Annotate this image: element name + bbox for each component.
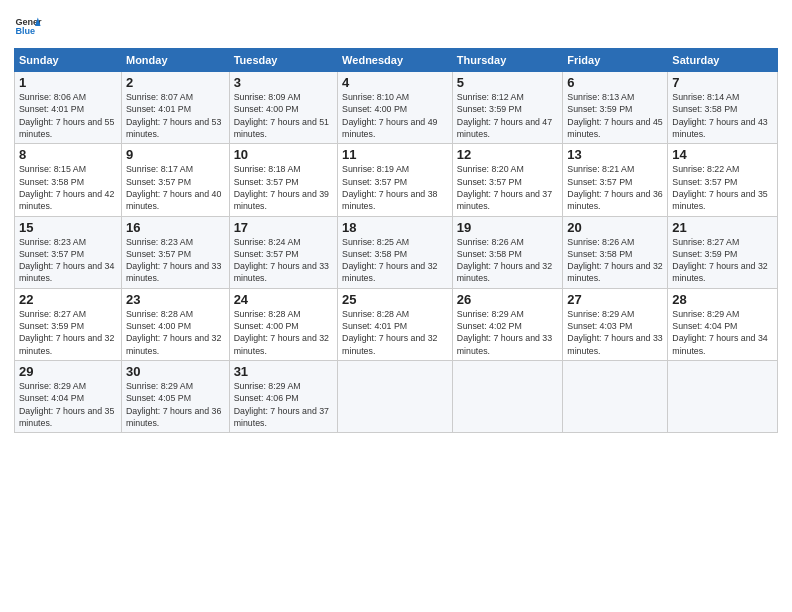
day-number: 29 <box>19 364 117 379</box>
day-number: 17 <box>234 220 333 235</box>
day-info: Sunrise: 8:27 AMSunset: 3:59 PMDaylight:… <box>672 236 773 285</box>
calendar-cell: 25Sunrise: 8:28 AMSunset: 4:01 PMDayligh… <box>338 288 453 360</box>
day-number: 13 <box>567 147 663 162</box>
logo-icon: General Blue <box>14 12 42 40</box>
calendar-cell: 26Sunrise: 8:29 AMSunset: 4:02 PMDayligh… <box>452 288 563 360</box>
calendar-cell: 27Sunrise: 8:29 AMSunset: 4:03 PMDayligh… <box>563 288 668 360</box>
day-number: 19 <box>457 220 559 235</box>
day-info: Sunrise: 8:25 AMSunset: 3:58 PMDaylight:… <box>342 236 448 285</box>
day-number: 31 <box>234 364 333 379</box>
day-number: 16 <box>126 220 225 235</box>
calendar-cell: 20Sunrise: 8:26 AMSunset: 3:58 PMDayligh… <box>563 216 668 288</box>
day-number: 25 <box>342 292 448 307</box>
calendar-cell: 23Sunrise: 8:28 AMSunset: 4:00 PMDayligh… <box>121 288 229 360</box>
day-number: 28 <box>672 292 773 307</box>
day-number: 21 <box>672 220 773 235</box>
day-info: Sunrise: 8:15 AMSunset: 3:58 PMDaylight:… <box>19 163 117 212</box>
day-info: Sunrise: 8:23 AMSunset: 3:57 PMDaylight:… <box>19 236 117 285</box>
calendar-cell: 7Sunrise: 8:14 AMSunset: 3:58 PMDaylight… <box>668 72 778 144</box>
day-number: 8 <box>19 147 117 162</box>
day-number: 7 <box>672 75 773 90</box>
day-info: Sunrise: 8:29 AMSunset: 4:04 PMDaylight:… <box>672 308 773 357</box>
calendar-cell: 30Sunrise: 8:29 AMSunset: 4:05 PMDayligh… <box>121 361 229 433</box>
weekday-header-tuesday: Tuesday <box>229 49 337 72</box>
calendar-table: SundayMondayTuesdayWednesdayThursdayFrid… <box>14 48 778 433</box>
calendar-cell: 13Sunrise: 8:21 AMSunset: 3:57 PMDayligh… <box>563 144 668 216</box>
day-info: Sunrise: 8:07 AMSunset: 4:01 PMDaylight:… <box>126 91 225 140</box>
calendar-cell: 9Sunrise: 8:17 AMSunset: 3:57 PMDaylight… <box>121 144 229 216</box>
calendar-cell: 4Sunrise: 8:10 AMSunset: 4:00 PMDaylight… <box>338 72 453 144</box>
calendar-cell: 15Sunrise: 8:23 AMSunset: 3:57 PMDayligh… <box>15 216 122 288</box>
day-info: Sunrise: 8:20 AMSunset: 3:57 PMDaylight:… <box>457 163 559 212</box>
calendar-week-2: 8Sunrise: 8:15 AMSunset: 3:58 PMDaylight… <box>15 144 778 216</box>
day-info: Sunrise: 8:28 AMSunset: 4:01 PMDaylight:… <box>342 308 448 357</box>
calendar-week-3: 15Sunrise: 8:23 AMSunset: 3:57 PMDayligh… <box>15 216 778 288</box>
calendar-cell: 28Sunrise: 8:29 AMSunset: 4:04 PMDayligh… <box>668 288 778 360</box>
calendar-cell: 8Sunrise: 8:15 AMSunset: 3:58 PMDaylight… <box>15 144 122 216</box>
weekday-header-thursday: Thursday <box>452 49 563 72</box>
calendar-cell <box>563 361 668 433</box>
day-number: 22 <box>19 292 117 307</box>
calendar-cell <box>338 361 453 433</box>
svg-text:Blue: Blue <box>15 26 35 36</box>
calendar-cell: 19Sunrise: 8:26 AMSunset: 3:58 PMDayligh… <box>452 216 563 288</box>
day-info: Sunrise: 8:24 AMSunset: 3:57 PMDaylight:… <box>234 236 333 285</box>
day-info: Sunrise: 8:21 AMSunset: 3:57 PMDaylight:… <box>567 163 663 212</box>
day-number: 6 <box>567 75 663 90</box>
calendar-cell: 16Sunrise: 8:23 AMSunset: 3:57 PMDayligh… <box>121 216 229 288</box>
calendar-cell: 18Sunrise: 8:25 AMSunset: 3:58 PMDayligh… <box>338 216 453 288</box>
calendar-cell: 3Sunrise: 8:09 AMSunset: 4:00 PMDaylight… <box>229 72 337 144</box>
calendar-cell: 14Sunrise: 8:22 AMSunset: 3:57 PMDayligh… <box>668 144 778 216</box>
day-info: Sunrise: 8:26 AMSunset: 3:58 PMDaylight:… <box>567 236 663 285</box>
day-number: 5 <box>457 75 559 90</box>
day-number: 24 <box>234 292 333 307</box>
day-number: 15 <box>19 220 117 235</box>
day-number: 2 <box>126 75 225 90</box>
day-info: Sunrise: 8:18 AMSunset: 3:57 PMDaylight:… <box>234 163 333 212</box>
day-number: 4 <box>342 75 448 90</box>
weekday-header-wednesday: Wednesday <box>338 49 453 72</box>
day-number: 26 <box>457 292 559 307</box>
day-info: Sunrise: 8:12 AMSunset: 3:59 PMDaylight:… <box>457 91 559 140</box>
calendar-cell: 24Sunrise: 8:28 AMSunset: 4:00 PMDayligh… <box>229 288 337 360</box>
day-number: 14 <box>672 147 773 162</box>
weekday-header-sunday: Sunday <box>15 49 122 72</box>
day-number: 20 <box>567 220 663 235</box>
day-info: Sunrise: 8:14 AMSunset: 3:58 PMDaylight:… <box>672 91 773 140</box>
day-number: 10 <box>234 147 333 162</box>
weekday-header-friday: Friday <box>563 49 668 72</box>
day-info: Sunrise: 8:06 AMSunset: 4:01 PMDaylight:… <box>19 91 117 140</box>
day-number: 9 <box>126 147 225 162</box>
calendar-cell: 22Sunrise: 8:27 AMSunset: 3:59 PMDayligh… <box>15 288 122 360</box>
day-info: Sunrise: 8:29 AMSunset: 4:04 PMDaylight:… <box>19 380 117 429</box>
day-number: 1 <box>19 75 117 90</box>
day-info: Sunrise: 8:26 AMSunset: 3:58 PMDaylight:… <box>457 236 559 285</box>
day-info: Sunrise: 8:28 AMSunset: 4:00 PMDaylight:… <box>234 308 333 357</box>
logo: General Blue <box>14 12 42 40</box>
day-info: Sunrise: 8:29 AMSunset: 4:06 PMDaylight:… <box>234 380 333 429</box>
day-info: Sunrise: 8:27 AMSunset: 3:59 PMDaylight:… <box>19 308 117 357</box>
day-number: 12 <box>457 147 559 162</box>
calendar-cell: 29Sunrise: 8:29 AMSunset: 4:04 PMDayligh… <box>15 361 122 433</box>
day-number: 30 <box>126 364 225 379</box>
day-number: 18 <box>342 220 448 235</box>
header: General Blue <box>14 12 778 40</box>
calendar-week-5: 29Sunrise: 8:29 AMSunset: 4:04 PMDayligh… <box>15 361 778 433</box>
calendar-cell: 2Sunrise: 8:07 AMSunset: 4:01 PMDaylight… <box>121 72 229 144</box>
weekday-header-monday: Monday <box>121 49 229 72</box>
day-number: 3 <box>234 75 333 90</box>
calendar-cell: 6Sunrise: 8:13 AMSunset: 3:59 PMDaylight… <box>563 72 668 144</box>
calendar-cell: 21Sunrise: 8:27 AMSunset: 3:59 PMDayligh… <box>668 216 778 288</box>
day-info: Sunrise: 8:13 AMSunset: 3:59 PMDaylight:… <box>567 91 663 140</box>
day-number: 27 <box>567 292 663 307</box>
day-number: 11 <box>342 147 448 162</box>
day-info: Sunrise: 8:29 AMSunset: 4:02 PMDaylight:… <box>457 308 559 357</box>
calendar-cell: 5Sunrise: 8:12 AMSunset: 3:59 PMDaylight… <box>452 72 563 144</box>
calendar-cell <box>668 361 778 433</box>
calendar-week-4: 22Sunrise: 8:27 AMSunset: 3:59 PMDayligh… <box>15 288 778 360</box>
calendar-week-1: 1Sunrise: 8:06 AMSunset: 4:01 PMDaylight… <box>15 72 778 144</box>
calendar-cell: 12Sunrise: 8:20 AMSunset: 3:57 PMDayligh… <box>452 144 563 216</box>
day-info: Sunrise: 8:17 AMSunset: 3:57 PMDaylight:… <box>126 163 225 212</box>
calendar-cell: 1Sunrise: 8:06 AMSunset: 4:01 PMDaylight… <box>15 72 122 144</box>
day-number: 23 <box>126 292 225 307</box>
